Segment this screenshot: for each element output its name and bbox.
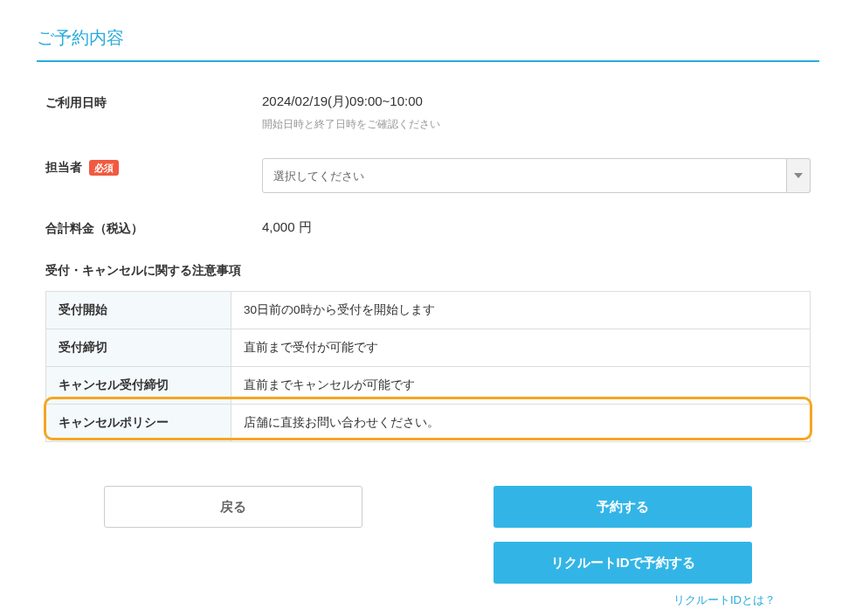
notice-heading: 受付・キャンセルに関する注意事項 xyxy=(45,263,811,279)
notice-row-value: 直前までキャンセルが可能です xyxy=(231,367,811,405)
staff-label: 担当者 xyxy=(45,160,82,176)
notice-row-value: 店舗に直接お問い合わせください。 xyxy=(231,405,811,442)
datetime-value: 2024/02/19(月)09:00~10:00 xyxy=(262,93,811,110)
notice-table: 受付開始 30日前の0時から受付を開始します 受付締切 直前まで受付が可能です … xyxy=(45,291,811,442)
datetime-row: ご利用日時 2024/02/19(月)09:00~10:00 開始日時と終了日時… xyxy=(45,93,811,132)
datetime-note: 開始日時と終了日時をご確認ください xyxy=(262,117,811,132)
required-badge: 必須 xyxy=(89,160,119,176)
table-row: 受付締切 直前まで受付が可能です xyxy=(46,329,811,367)
staff-select[interactable]: 選択してください xyxy=(262,158,811,193)
reserve-recruit-button[interactable]: リクルートIDで予約する xyxy=(494,542,752,584)
back-button[interactable]: 戻る xyxy=(104,486,362,528)
notice-row-value: 30日前の0時から受付を開始します xyxy=(231,292,811,329)
price-value: 4,000 円 xyxy=(262,219,811,236)
table-row: キャンセル受付締切 直前までキャンセルが可能です xyxy=(46,367,811,405)
price-label: 合計料金（税込） xyxy=(45,219,262,237)
notice-row-label: 受付締切 xyxy=(46,329,231,367)
notice-row-label: キャンセル受付締切 xyxy=(46,367,231,405)
price-row: 合計料金（税込） 4,000 円 xyxy=(45,219,811,237)
table-row: キャンセルポリシー 店舗に直接お問い合わせください。 xyxy=(46,405,811,442)
datetime-label: ご利用日時 xyxy=(45,93,262,132)
notice-row-label: キャンセルポリシー xyxy=(46,405,231,442)
table-row: 受付開始 30日前の0時から受付を開始します xyxy=(46,292,811,329)
staff-row: 担当者 必須 選択してください xyxy=(45,158,811,193)
reserve-button[interactable]: 予約する xyxy=(494,486,752,528)
recruit-id-help-link[interactable]: リクルートIDとは？ xyxy=(37,592,819,608)
notice-row-label: 受付開始 xyxy=(46,292,231,329)
page-title: ご予約内容 xyxy=(37,26,819,62)
notice-row-value: 直前まで受付が可能です xyxy=(231,329,811,367)
